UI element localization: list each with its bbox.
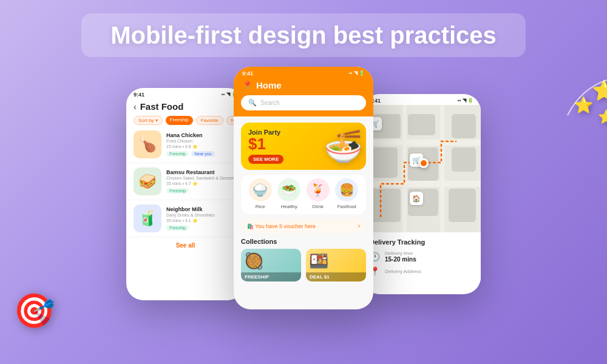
category-healthy[interactable]: 🥗 Healthy — [277, 178, 300, 209]
map-home-icon: 🏠 — [410, 192, 423, 205]
food-name-1: Hana Chicken — [166, 132, 237, 138]
delivery-info: Delivery Tracking 🕐 Delivery time 15-20 … — [362, 232, 481, 282]
see-all-row[interactable]: See all — [126, 237, 245, 254]
category-rice[interactable]: 🍚 Rice — [249, 178, 272, 209]
food-meta-1: 15 mins • 4.8 ⭐ — [166, 144, 237, 149]
see-more-button[interactable]: SEE MORE — [248, 155, 283, 164]
search-bar[interactable]: 🔍 Search — [241, 95, 366, 110]
collection-freeship[interactable]: 🥘 FREESHIP — [241, 249, 301, 281]
banner-food-emoji: 🍜 — [324, 128, 363, 165]
food-desc-3: Dairy Drinks & Smoothies — [166, 213, 237, 217]
left-status-bar: 9:41 ▪▪ ◥ 🔋 — [126, 88, 245, 99]
search-placeholder-text: Search — [260, 99, 280, 106]
back-icon[interactable]: ‹ — [134, 102, 137, 112]
phones-container: 9:41 ▪▪ ◥ 🔋 ‹ Fast Food Sort by ▾ Freesh… — [0, 67, 607, 309]
delivery-time-row: 🕐 Delivery time 15-20 mins — [370, 251, 473, 263]
banner-price: $1 — [248, 136, 283, 152]
swoosh-decoration — [561, 73, 607, 121]
left-phone-title: Fast Food — [140, 101, 184, 112]
category-drink-label: Drink — [312, 204, 324, 209]
right-status-bar: 9:41 ▪▪ ◥ 🔋 — [362, 94, 481, 105]
phone-right: 9:41 ▪▪ ◥ 🔋 🛒 🛒 — [362, 94, 481, 294]
voucher-bar[interactable]: 🛍️ You have 5 voucher here › — [241, 219, 366, 233]
page-title: Mobile-first design best practices — [110, 21, 497, 50]
category-fastfood[interactable]: 🍔 Fastfood — [335, 178, 358, 209]
food-name-2: Bamsu Restaurant — [166, 169, 237, 175]
filter-freeship[interactable]: Freeship — [166, 116, 193, 125]
food-meta-3: 35 mins • 4.1 ⭐ — [166, 218, 237, 223]
center-status-bar: 9:41 ▪▪ ◥ 🔋 — [234, 67, 373, 78]
food-item-3[interactable]: 🧃 Neighbor Milk Dairy Drinks & Smoothies… — [126, 200, 245, 237]
category-healthy-label: Healthy — [281, 204, 297, 209]
food-desc-1: Fried Chicken — [166, 139, 237, 143]
left-phone-header: ‹ Fast Food — [126, 99, 245, 115]
delivery-time-label: Delivery time — [385, 251, 416, 256]
food-name-3: Neighbor Milk — [166, 206, 237, 212]
collections-section: Collections 🥘 FREESHIP 🍱 DEAL $1 — [234, 238, 373, 281]
collection-freeship-label: FREESHIP — [241, 272, 301, 281]
category-drink[interactable]: 🍹 Drink — [307, 178, 330, 209]
collections-row: 🥘 FREESHIP 🍱 DEAL $1 — [241, 249, 366, 281]
search-icon: 🔍 — [248, 99, 257, 107]
food-meta-2: 35 mins • 4.7 ⭐ — [166, 181, 237, 186]
category-fastfood-label: Fastfood — [337, 204, 356, 209]
delivery-title: Delivery Tracking — [370, 238, 473, 246]
center-header: 📍 Home — [234, 78, 373, 95]
voucher-arrow-icon: › — [358, 223, 360, 229]
food-item-1[interactable]: 🍗 Hana Chicken Fried Chicken 15 mins • 4… — [126, 126, 245, 163]
voucher-text: 🛍️ You have 5 voucher here — [247, 223, 316, 229]
phone-left: 9:41 ▪▪ ◥ 🔋 ‹ Fast Food Sort by ▾ Freesh… — [126, 88, 245, 300]
phone-center: 9:41 ▪▪ ◥ 🔋 📍 Home 🔍 Search Join Party $… — [234, 67, 373, 309]
delivery-address-row: 📍 Delivery Address — [370, 266, 473, 276]
filter-row: Sort by ▾ Freeship Favorite Near you — [126, 115, 245, 126]
title-box: Mobile-first design best practices — [81, 13, 526, 57]
food-img-1: 🍗 — [134, 130, 161, 158]
delivery-time-value: 15-20 mins — [385, 256, 416, 263]
food-tags-3: Freeship — [166, 225, 237, 231]
filter-favorite[interactable]: Favorite — [196, 116, 223, 125]
food-tags-2: Freeship — [166, 188, 237, 194]
home-label: Home — [256, 80, 282, 90]
food-item-2[interactable]: 🥪 Bamsu Restaurant Chicken Salad, Sandwi… — [126, 163, 245, 200]
categories-row: 🍚 Rice 🥗 Healthy 🍹 Drink 🍔 Fastfood — [241, 175, 366, 214]
food-img-2: 🥪 — [134, 167, 161, 195]
map-delivery-pin — [419, 158, 429, 168]
collection-deal-label: DEAL $1 — [306, 272, 366, 281]
food-img-3: 🧃 — [134, 204, 161, 232]
map-area: 🛒 🛒 🏠 — [362, 105, 481, 232]
location-pin-icon: 📍 — [242, 81, 253, 90]
target-decoration: 🎯 — [13, 291, 55, 331]
food-tags-1: Freeship Near you — [166, 151, 237, 157]
food-desc-2: Chicken Salad, Sandwich & Desserts — [166, 176, 237, 180]
collection-deal[interactable]: 🍱 DEAL $1 — [306, 249, 366, 281]
category-rice-label: Rice — [256, 204, 265, 209]
delivery-address-label: Delivery Address — [385, 269, 421, 274]
banner[interactable]: Join Party $1 SEE MORE 🍜 — [241, 123, 366, 170]
collections-title: Collections — [241, 238, 366, 245]
filter-sortby[interactable]: Sort by ▾ — [134, 116, 163, 125]
